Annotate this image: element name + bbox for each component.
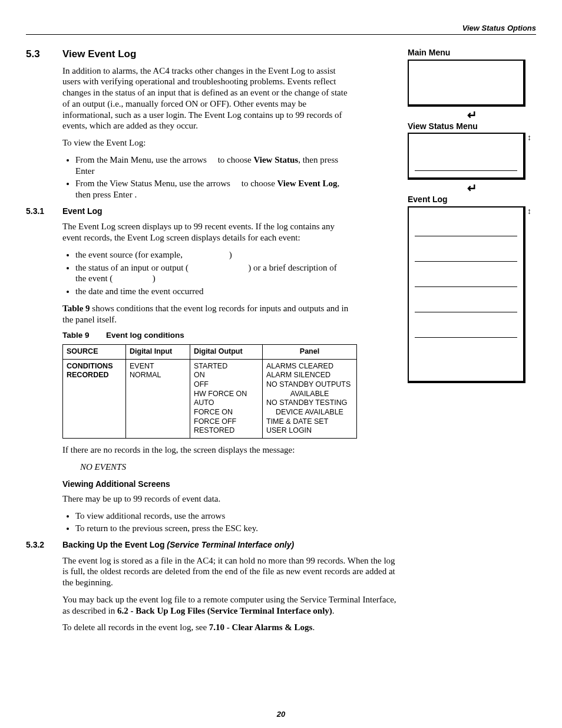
- sub1-paragraph-2: Table 9 shows conditions that the event …: [62, 303, 349, 325]
- enter-icon-2: ↵: [408, 181, 536, 196]
- th-digital-input: Digital Input: [126, 345, 190, 360]
- main-content: 5.3 View Event Log In addition to alarms…: [26, 48, 408, 639]
- td-conditions-recorded: CONDITIONSRECORDED: [63, 359, 126, 438]
- sub2-p1: The event log is stored as a file in the…: [62, 555, 402, 588]
- sub2-p2: You may back up the event log file to a …: [62, 594, 402, 617]
- th-digital-output: Digital Output: [190, 345, 263, 360]
- sub2-p3: To delete all records in the event log, …: [62, 622, 402, 633]
- steps-list: From the Main Menu, use the arrows to ch…: [62, 154, 349, 200]
- viewing-esc: To return to the previous screen, press …: [75, 523, 402, 534]
- viewing-arrows: To view additional records, use the arro…: [75, 510, 402, 522]
- td-digital-input: EVENT NORMAL: [126, 359, 190, 438]
- main-menu-label: Main Menu: [408, 48, 536, 58]
- th-source: SOURCE: [63, 345, 126, 360]
- view-status-menu-label: View Status Menu: [408, 121, 536, 132]
- conditions-table: SOURCE Digital Input Digital Output Pane…: [62, 344, 357, 439]
- intro-paragraph-2: To view the Event Log:: [62, 137, 349, 149]
- event-log-screen: ↕: [408, 206, 525, 383]
- scroll-icon: ↕: [527, 133, 531, 143]
- td-panel: ALARMS CLEAREDALARM SILENCEDNO STANDBY O…: [263, 359, 357, 438]
- detail-datetime: the date and time the event occurred: [75, 286, 349, 297]
- sub1-paragraph-1: The Event Log screen displays up to 99 r…: [62, 221, 349, 243]
- subsection2-number: 5.3.2: [26, 540, 62, 551]
- detail-source: the event source (for example, ): [75, 249, 349, 261]
- step-2: From the View Status Menu, use the arrow…: [75, 178, 349, 200]
- intro-paragraph-1: In addition to alarms, the AC4 tracks ot…: [62, 65, 349, 132]
- screen-illustrations: Main Menu ↵ View Status Menu ↕ ↵ Event L…: [408, 48, 536, 639]
- event-detail-list: the event source (for example, ) the sta…: [62, 249, 349, 297]
- td-digital-output: STARTED ON OFF HW FORCE ON AUTO FORCE ON…: [190, 359, 263, 438]
- no-events-message: NO EVENTS: [80, 462, 402, 473]
- th-panel: Panel: [263, 345, 357, 360]
- detail-status: the status of an input or output ( ) or …: [75, 262, 349, 285]
- section-number: 5.3: [26, 48, 62, 60]
- viewing-list: To view additional records, use the arro…: [62, 510, 402, 535]
- viewing-paragraph: There may be up to 99 records of event d…: [62, 493, 402, 505]
- table-caption: Table 9Event log conditions: [62, 331, 402, 341]
- running-header: View Status Options: [26, 24, 536, 35]
- no-records-intro: If there are no records in the log, the …: [62, 444, 402, 456]
- step-1: From the Main Menu, use the arrows to ch…: [75, 154, 349, 177]
- scroll-icon-2: ↕: [527, 206, 531, 217]
- main-menu-screen: [408, 60, 525, 107]
- section-title: View Event Log: [62, 48, 136, 60]
- enter-icon: ↵: [408, 108, 536, 123]
- subsection2-title: Backing Up the Event Log (Service Termin…: [62, 540, 294, 551]
- event-log-label: Event Log: [408, 195, 536, 205]
- page-number: 20: [26, 710, 536, 719]
- subsection-title: Event Log: [62, 206, 103, 217]
- viewing-additional-heading: Viewing Additional Screens: [62, 479, 402, 490]
- subsection-number: 5.3.1: [26, 206, 62, 217]
- view-status-menu-screen: ↕: [408, 133, 525, 180]
